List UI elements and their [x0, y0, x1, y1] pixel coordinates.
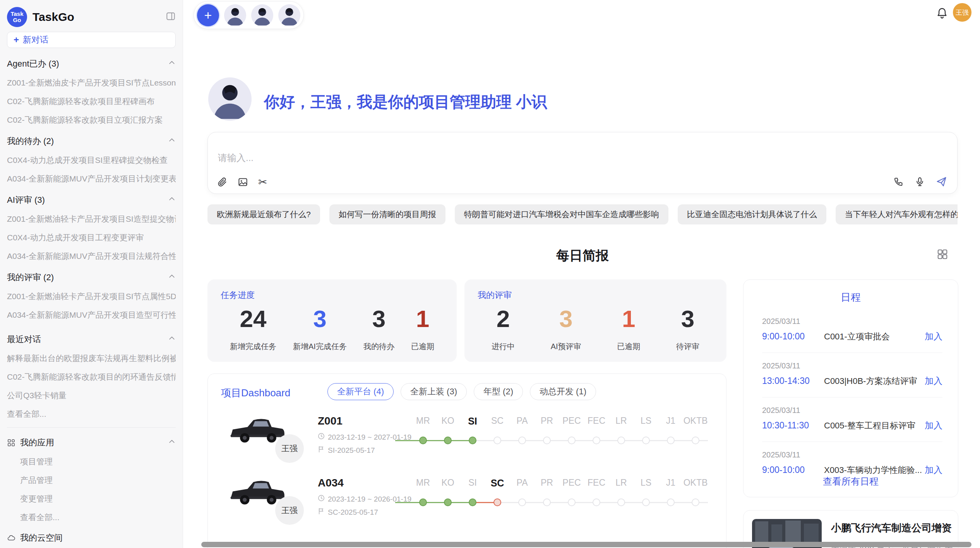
stat-label: 进行中 [492, 341, 515, 352]
sidebar-item[interactable]: Z001-全新燃油皮卡产品开发项目SI节点Lesson Learn报告 [7, 77, 176, 88]
suggestion-chip[interactable]: 比亚迪全固态电池计划具体说了什么 [678, 204, 826, 224]
suggestion-chip[interactable]: 如何写一份清晰的项目周报 [329, 204, 445, 224]
image-icon[interactable] [238, 177, 248, 187]
sidebar-item[interactable]: C0X4-动力总成开发项目工程变更评审 [7, 232, 176, 243]
sidebar-section-header[interactable]: 我的待办 (2) [7, 135, 176, 147]
milestone-node [419, 437, 427, 444]
layout-grid-icon[interactable] [937, 248, 948, 262]
stat-label: 新增完成任务 [230, 341, 276, 352]
schedule-event-title: C005-整车工程目标评审 [824, 420, 925, 432]
stat: 1 已逾期 [411, 305, 434, 352]
section-title: 最近对话 [7, 334, 41, 345]
stat-label: 已逾期 [617, 341, 640, 352]
milestone-label: PA [510, 478, 535, 489]
chevron-up-icon[interactable] [168, 136, 176, 146]
join-button[interactable]: 加入 [925, 464, 942, 476]
filter-chip[interactable]: 全新平台 (4) [327, 383, 394, 400]
logo-text-top: Task [10, 11, 23, 17]
sidebar-item[interactable]: C0X4-动力总成开发项目SI里程碑提交物检查 [7, 155, 176, 166]
attachment-icon[interactable] [217, 177, 228, 187]
chevron-up-icon[interactable] [168, 272, 176, 283]
sidebar-section-header[interactable]: Agent已办 (3) [7, 58, 176, 70]
filter-chip[interactable]: 动总开发 (1) [530, 383, 596, 400]
my-apps-header[interactable]: 我的应用 [7, 437, 176, 449]
agent-avatar[interactable] [224, 4, 246, 26]
sidebar-item[interactable]: A034-全新新能源MUV产品开发项目计划变更表编写 [7, 173, 176, 184]
stat-value: 3 [676, 305, 699, 333]
horizontal-scrollbar[interactable] [201, 542, 971, 547]
logo-text-bottom: Go [13, 17, 21, 23]
suggestion-chip[interactable]: 特朗普可能对进口汽车增税会对中国车企造成哪些影响 [455, 204, 668, 224]
clock-icon [318, 433, 325, 442]
my-cloud-item[interactable]: 我的云空间 [7, 532, 176, 544]
schedule-entry: 2025/03/11 10:30-11:30 C005-整车工程目标评审 加入 [762, 397, 942, 442]
app-item[interactable]: 产品管理 [20, 475, 176, 486]
sidebar-item[interactable]: Z001-全新燃油轻卡产品开发项目SI节点属性5D文件评审 [7, 291, 176, 302]
schedule-date: 2025/03/11 [762, 361, 942, 370]
app-item[interactable]: 变更管理 [20, 493, 176, 504]
stat-value: 1 [411, 305, 434, 333]
recent-chats-header[interactable]: 最近对话 [7, 334, 176, 345]
sidebar-item[interactable]: C02-飞腾新能源轻客改款项目里程碑画布 [7, 96, 176, 107]
sidebar-item[interactable]: A034-全新新能源MUV产品开发项目法规符合性评审 [7, 251, 176, 262]
recent-chat-item[interactable]: 解释最新出台的欧盟报废车法规再生塑料比例被调至15%... [7, 353, 176, 364]
recent-chat-item[interactable]: 查看全部... [7, 409, 176, 420]
project-row[interactable]: 王强Z001 2023-12-19 ~ 2027-01-19 SI-2025-0… [208, 409, 726, 471]
milestone-label: PEC [559, 416, 584, 427]
project-row[interactable]: 王强A034 2023-12-19 ~ 2026-01-19 SC-2025-0… [208, 471, 726, 533]
milestone-label: KO [435, 416, 460, 427]
microphone-icon[interactable] [915, 176, 925, 187]
filter-chip[interactable]: 全新上装 (3) [401, 383, 467, 400]
join-button[interactable]: 加入 [925, 420, 942, 432]
milestone-label: LR [609, 416, 634, 427]
new-chat-button[interactable]: + 新对话 [7, 32, 176, 48]
schedule-date: 2025/03/11 [762, 450, 942, 459]
sidebar-section-header[interactable]: AI评审 (3) [7, 194, 176, 206]
sidebar-section-header[interactable]: 我的评审 (2) [7, 272, 176, 283]
agent-avatar[interactable] [278, 4, 300, 26]
sidebar-section: AI评审 (3) Z001-全新燃油轻卡产品开发项目SI造型提交物评审C0X4-… [7, 194, 176, 262]
dashboard-filters: 全新平台 (4)全新上装 (3)年型 (2)动总开发 (1) [327, 383, 596, 400]
suggestion-chip[interactable]: 当下年轻人对汽车外观有怎样的喜好趋势 [836, 204, 958, 224]
join-button[interactable]: 加入 [925, 375, 942, 387]
agent-avatar[interactable] [251, 4, 273, 26]
stat-label: 待评审 [676, 341, 699, 352]
add-agent-button[interactable]: + [197, 4, 219, 26]
user-avatar[interactable]: 王强 [953, 3, 971, 22]
scissors-icon[interactable]: ✂ [258, 177, 267, 187]
project-owner-badge: 王强 [275, 434, 304, 463]
new-chat-label: 新对话 [23, 34, 48, 46]
filter-chip[interactable]: 年型 (2) [474, 383, 523, 400]
stats-row: 2 进行中 3 AI预评审 1 已逾期 3 待评审 [464, 305, 726, 352]
notification-bell-icon[interactable] [936, 7, 948, 21]
dashboard-title: 项目Dashboard [221, 386, 290, 400]
recent-chat-item[interactable]: C02-飞腾新能源轻客改款项目的闭环通告反馈情况 [7, 372, 176, 382]
chevron-up-icon[interactable] [168, 59, 176, 69]
view-all-schedule-link[interactable]: 查看所有日程 [744, 475, 958, 488]
chevron-up-icon[interactable] [168, 195, 176, 205]
milestone-node [444, 498, 452, 506]
app-item[interactable]: 查看全部... [20, 512, 176, 523]
chevron-up-icon[interactable] [168, 438, 176, 448]
task-progress-card: 任务进度 24 新增完成任务 3 新增AI完成任务 3 我的待办 [207, 279, 457, 362]
recent-chat-item[interactable]: 公司Q3轻卡销量 [7, 390, 176, 401]
stat: 3 我的待办 [363, 305, 394, 352]
app-window: Task Go TaskGo + 新对话 Agent已办 (3) [0, 0, 980, 548]
milestone-node [543, 437, 551, 444]
suggestion-chip[interactable]: 欧洲新规最近颁布了什么? [207, 204, 320, 224]
stat: 3 新增AI完成任务 [293, 305, 347, 352]
sidebar-item[interactable]: Z001-全新燃油轻卡产品开发项目SI造型提交物评审 [7, 214, 176, 224]
join-button[interactable]: 加入 [925, 331, 942, 342]
milestone-node [593, 437, 600, 444]
stat: 3 AI预评审 [551, 305, 581, 352]
briefing-title: 每日简报 [207, 247, 958, 265]
chevron-up-icon[interactable] [168, 334, 176, 344]
send-icon[interactable] [936, 176, 947, 187]
sidebar-collapse-icon[interactable] [166, 11, 176, 23]
sidebar-item[interactable]: A034-全新新能源MUV产品开发项目造型可行性评审 [7, 310, 176, 320]
phone-icon[interactable] [893, 176, 904, 187]
sidebar-item[interactable]: C02-飞腾新能源轻客改款项目立项汇报方案 [7, 115, 176, 125]
milestone-label: SI [460, 478, 485, 489]
chat-input[interactable] [218, 152, 760, 163]
app-item[interactable]: 项目管理 [20, 456, 176, 467]
